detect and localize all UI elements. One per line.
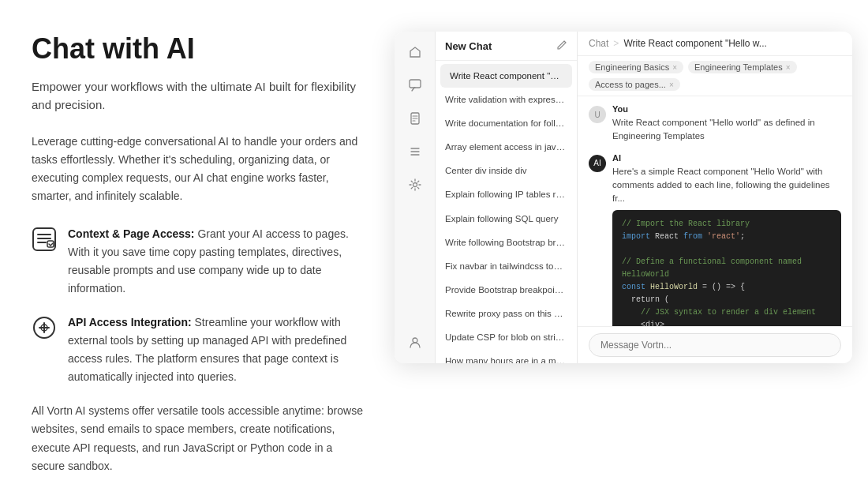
user-avatar: U (589, 106, 606, 123)
message-user: U You Write React component "Hello world… (589, 104, 841, 144)
chat-history-title: New Chat (445, 40, 492, 52)
tag-engineering-basics[interactable]: Engineering Basics × (589, 61, 683, 73)
feature-context-text: Context & Page Access: Grant your AI acc… (68, 225, 363, 298)
chat-list-item[interactable]: Update CSP for blob on stripe ... (436, 325, 577, 349)
feature-api-text: API Access Integration: Streamline your … (68, 313, 363, 386)
chat-list-item[interactable]: Fix navbar in tailwindcss togg... (436, 254, 577, 278)
chat-list-item[interactable]: Rewrite proxy pass on this ngi... (436, 302, 577, 325)
chat-history-panel: New Chat Write React component "Hello ..… (436, 32, 578, 363)
chat-main-header: Chat > Write React component "Hello w... (578, 32, 852, 56)
chat-list: Write React component "Hello ...Write va… (436, 61, 577, 363)
tag-access-to-pages[interactable]: Access to pages... × (589, 78, 680, 91)
subtitle: Empower your workflows with the ultimate… (32, 78, 363, 114)
chat-window: New Chat Write React component "Hello ..… (395, 32, 852, 363)
feature-api: API Access Integration: Streamline your … (32, 313, 363, 386)
new-chat-icon[interactable] (555, 39, 567, 52)
chat-sidebar (395, 32, 436, 363)
chat-list-item[interactable]: Write React component "Hello ... (440, 64, 572, 88)
message-ai: AI AI Here's a simple React component "H… (589, 153, 841, 327)
user-message-text: Write React component "Hello world" as d… (612, 116, 841, 144)
ai-message-content: AI Here's a simple React component "Hell… (612, 153, 841, 327)
right-panel: New Chat Write React component "Hello ..… (395, 32, 852, 363)
sidebar-user-icon[interactable] (406, 333, 425, 352)
ai-sender-label: AI (612, 153, 841, 163)
chat-list-item[interactable]: How many hours are in a month! (436, 349, 577, 363)
chat-list-item[interactable]: Write following Bootstrap breakpoints ..… (436, 231, 577, 254)
feature-context-label: Context & Page Access: (68, 227, 195, 240)
api-icon (32, 315, 57, 340)
chat-list-item[interactable]: Write documentation for follo... (436, 111, 577, 135)
tag-x-2[interactable]: × (786, 63, 791, 72)
tag-x-1[interactable]: × (672, 63, 677, 72)
sidebar-settings-icon[interactable] (406, 175, 425, 194)
chat-main: Chat > Write React component "Hello w...… (578, 32, 852, 363)
left-panel: Chat with AI Empower your workflows with… (32, 32, 395, 475)
feature-context: Context & Page Access: Grant your AI acc… (32, 225, 363, 298)
tag-x-3[interactable]: × (669, 81, 674, 89)
chat-list-item[interactable]: Explain following SQL query (436, 207, 577, 231)
svg-point-6 (413, 183, 417, 187)
page-icon (32, 227, 57, 252)
breadcrumb-current: Write React component "Hello w... (623, 38, 766, 49)
chat-list-item[interactable]: Provide Bootstrap breakpoints ... (436, 278, 577, 302)
chat-list-item[interactable]: Center div inside div (436, 159, 577, 182)
ai-message-intro: Here's a simple React component "Hello W… (612, 165, 841, 206)
bottom-text: All Vortn AI systems offer versatile too… (32, 402, 363, 475)
chat-list-item[interactable]: Array element access in javasc... (436, 135, 577, 159)
svg-point-7 (413, 338, 417, 343)
code-block: // Import the React library import React… (612, 210, 841, 326)
chat-history-header: New Chat (436, 32, 577, 61)
sidebar-chat-icon[interactable] (406, 76, 425, 95)
tag-engineering-templates[interactable]: Engineering Templates × (688, 61, 797, 73)
svg-rect-4 (410, 80, 421, 88)
breadcrumb-root: Chat (589, 38, 608, 49)
user-sender-label: You (612, 104, 841, 114)
sidebar-document-icon[interactable] (406, 109, 425, 128)
chat-list-item[interactable]: Write validation with express ... (436, 88, 577, 111)
user-message-content: You Write React component "Hello world" … (612, 104, 841, 144)
chat-messages: U You Write React component "Hello world… (578, 96, 852, 326)
breadcrumb-separator: > (613, 38, 619, 49)
feature-api-label: API Access Integration: (68, 316, 192, 328)
chat-input[interactable] (589, 333, 841, 357)
page-title: Chat with AI (32, 32, 363, 66)
chat-list-item[interactable]: Explain following IP tables ru... (436, 182, 577, 206)
sidebar-list-icon[interactable] (406, 142, 425, 161)
ai-avatar: AI (589, 155, 606, 172)
chat-tags: Engineering Basics × Engineering Templat… (578, 56, 852, 96)
sidebar-home-icon[interactable] (406, 43, 425, 62)
description: Leverage cutting-edge conversational AI … (32, 133, 363, 205)
chat-input-area (578, 326, 852, 363)
